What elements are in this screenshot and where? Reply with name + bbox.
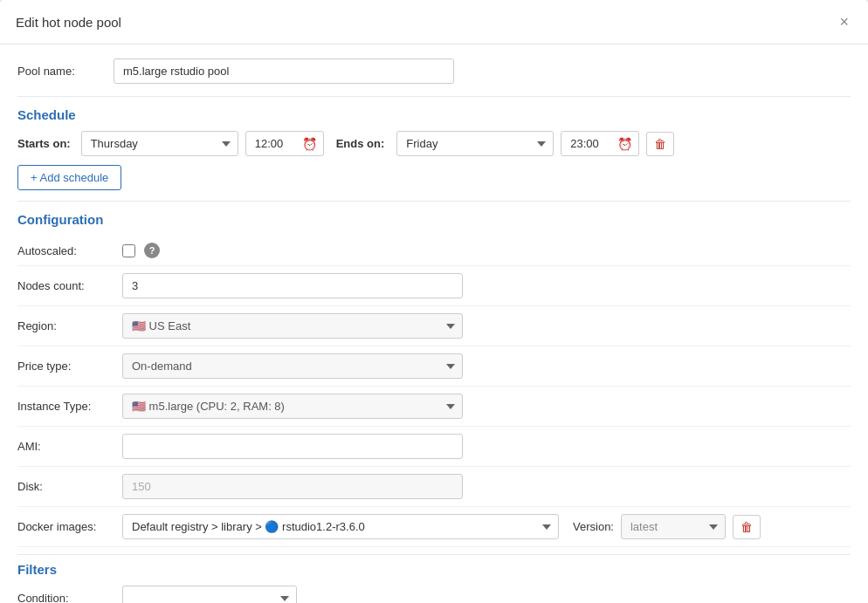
disk-label: Disk: <box>17 480 122 493</box>
schedule-row: Starts on: Thursday Sunday Monday Tuesda… <box>17 131 851 156</box>
price-type-row: Price type: On-demand <box>17 346 851 387</box>
autoscaled-row: Autoscaled: ? <box>17 236 851 266</box>
delete-docker-button[interactable]: 🗑 <box>733 515 761 539</box>
ends-on-label: Ends on: <box>336 137 385 150</box>
region-label: Region: <box>17 319 122 332</box>
version-label: Version: <box>573 520 614 533</box>
dialog-title: Edit hot node pool <box>16 15 121 30</box>
pool-name-row: Pool name: <box>17 58 851 84</box>
pool-name-input[interactable] <box>114 58 454 84</box>
nodes-count-value <box>122 273 851 298</box>
nodes-count-row: Nodes count: <box>17 266 851 306</box>
condition-select[interactable]: AND OR <box>122 586 297 603</box>
starts-day-select[interactable]: Thursday Sunday Monday Tuesday Wednesday… <box>81 131 238 156</box>
docker-image-select[interactable]: Default registry > library > 🔵 rstudio1.… <box>122 514 559 539</box>
instance-type-label: Instance Type: <box>17 400 122 413</box>
dialog-body: Pool name: Schedule Starts on: Thursday … <box>0 45 868 603</box>
docker-images-row: Docker images: Default registry > librar… <box>17 507 851 547</box>
ends-time-input[interactable] <box>561 131 639 156</box>
help-icon[interactable]: ? <box>144 243 160 258</box>
autoscaled-checkbox[interactable] <box>122 244 135 257</box>
ami-label: AMI: <box>17 440 122 453</box>
filters-section: Filters Condition: AND OR Filters: + Add… <box>17 562 851 603</box>
close-button[interactable]: × <box>836 12 852 31</box>
filters-title: Filters <box>17 562 851 577</box>
region-value: 🇺🇸 US East <box>122 313 851 339</box>
starts-on-label: Starts on: <box>17 137 71 150</box>
schedule-section-title: Schedule <box>17 107 851 122</box>
autoscaled-value: ? <box>122 243 851 258</box>
instance-type-value: 🇺🇸 m5.large (CPU: 2, RAM: 8) <box>122 394 851 419</box>
configuration-grid: Autoscaled: ? Nodes count: Region: 🇺🇸 <box>17 236 851 547</box>
add-schedule-button[interactable]: + Add schedule <box>17 165 121 190</box>
instance-type-select[interactable]: 🇺🇸 m5.large (CPU: 2, RAM: 8) <box>122 394 463 419</box>
ends-day-select[interactable]: Thursday Friday Saturday <box>396 131 554 156</box>
dialog-header: Edit hot node pool × <box>0 0 868 45</box>
price-type-select[interactable]: On-demand <box>122 353 463 379</box>
docker-images-value: Default registry > library > 🔵 rstudio1.… <box>122 514 851 539</box>
region-select[interactable]: 🇺🇸 US East <box>122 313 463 339</box>
nodes-count-input[interactable] <box>122 273 463 298</box>
edit-hot-node-pool-dialog: Edit hot node pool × Pool name: Schedule… <box>0 0 868 603</box>
price-type-value: On-demand <box>122 353 851 379</box>
disk-value <box>122 474 851 499</box>
nodes-count-label: Nodes count: <box>17 279 122 292</box>
disk-row: Disk: <box>17 467 851 507</box>
version-select[interactable]: latest <box>621 514 726 539</box>
price-type-label: Price type: <box>17 360 122 373</box>
region-row: Region: 🇺🇸 US East <box>17 306 851 346</box>
autoscaled-label: Autoscaled: <box>17 244 122 257</box>
ends-time-wrap: ⏰ <box>561 131 639 156</box>
delete-schedule-button[interactable]: 🗑 <box>646 132 674 156</box>
condition-label: Condition: <box>17 592 122 603</box>
ami-input[interactable] <box>122 434 463 459</box>
add-schedule-row: + Add schedule <box>17 165 851 190</box>
instance-type-row: Instance Type: 🇺🇸 m5.large (CPU: 2, RAM:… <box>17 387 851 427</box>
condition-row: Condition: AND OR <box>17 586 851 603</box>
disk-input[interactable] <box>122 474 463 499</box>
docker-images-label: Docker images: <box>17 520 122 533</box>
starts-time-wrap: ⏰ <box>245 131 324 156</box>
configuration-section-title: Configuration <box>17 212 851 227</box>
pool-name-label: Pool name: <box>17 65 114 78</box>
ami-value <box>122 434 851 459</box>
ami-row: AMI: <box>17 427 851 467</box>
starts-time-input[interactable] <box>245 131 324 156</box>
